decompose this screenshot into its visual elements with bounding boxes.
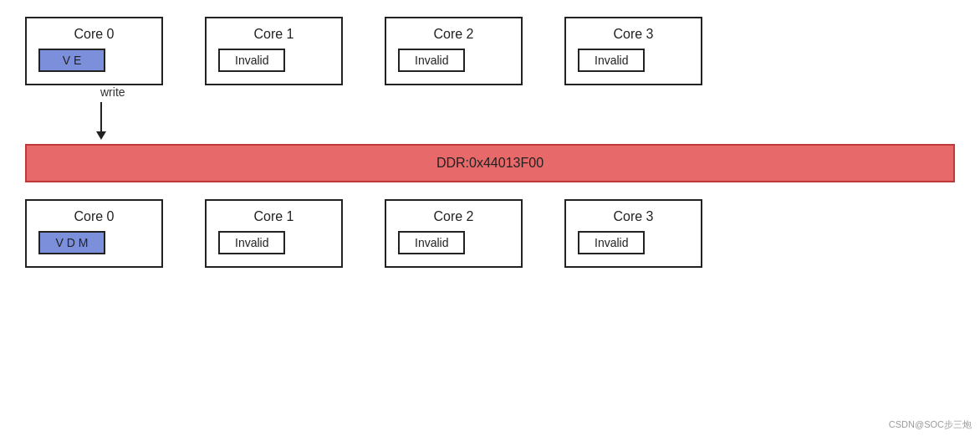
- core-box-0-top: Core 0 V E: [25, 17, 163, 85]
- core-box-3-bot: Core 3 Invalid: [564, 199, 702, 268]
- bottom-cores-row: Core 0 V D M Core 1 Invalid Core 2 Inval…: [25, 199, 955, 268]
- core-0-top-label: Core 0: [74, 27, 114, 42]
- core-box-2-bot: Core 2 Invalid: [385, 199, 523, 268]
- core-box-2-top: Core 2 Invalid: [385, 17, 523, 85]
- cache-box-0-bot: V D M: [38, 231, 105, 254]
- invalid-box-2-top: Invalid: [398, 49, 465, 72]
- core-box-0-bot: Core 0 V D M: [25, 199, 163, 268]
- core-0-bot-label: Core 0: [74, 209, 114, 224]
- invalid-box-1-bot: Invalid: [218, 231, 285, 254]
- core-box-1-bot: Core 1 Invalid: [205, 199, 343, 268]
- core-box-3-top: Core 3 Invalid: [564, 17, 702, 85]
- cache-box-0-top: V E: [38, 49, 105, 72]
- core-2-bot-label: Core 2: [433, 209, 473, 224]
- invalid-box-1-top: Invalid: [218, 49, 285, 72]
- write-arrow: write: [82, 85, 955, 136]
- core-1-top-label: Core 1: [253, 27, 293, 42]
- core-3-top-label: Core 3: [613, 27, 653, 42]
- arrow-shaft: [100, 102, 102, 132]
- ddr-section: DDR:0x44013F00: [25, 144, 955, 182]
- watermark: CSDN@SOC步三炮: [889, 418, 972, 431]
- invalid-box-3-top: Invalid: [578, 49, 645, 72]
- ddr-bar: DDR:0x44013F00: [25, 144, 955, 182]
- core-2-top-label: Core 2: [433, 27, 473, 42]
- core-3-bot-label: Core 3: [613, 209, 653, 224]
- core-box-1-top: Core 1 Invalid: [205, 17, 343, 85]
- core-1-bot-label: Core 1: [253, 209, 293, 224]
- write-label: write: [100, 85, 125, 99]
- top-cores-row: Core 0 V E Core 1 Invalid Core 2 Invalid…: [25, 17, 955, 85]
- invalid-box-2-bot: Invalid: [398, 231, 465, 254]
- diagram-container: Core 0 V E Core 1 Invalid Core 2 Invalid…: [0, 0, 980, 436]
- invalid-box-3-bot: Invalid: [578, 231, 645, 254]
